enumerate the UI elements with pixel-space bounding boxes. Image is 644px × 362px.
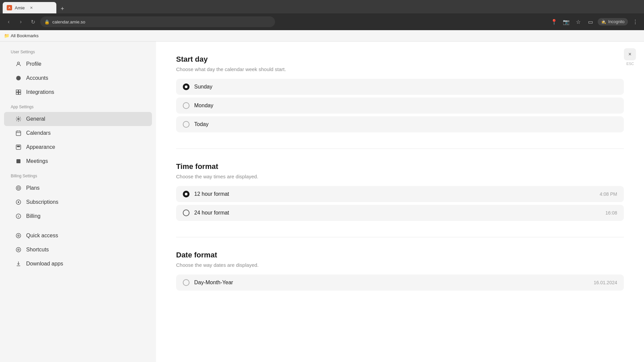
24hour-label: 24 hour format <box>194 210 601 216</box>
svg-point-6 <box>18 118 19 120</box>
dmy-radio[interactable] <box>183 279 190 286</box>
dmy-preview: 16.01.2024 <box>594 280 617 285</box>
date-format-desc: Choose the way dates are displayed. <box>176 262 624 268</box>
sidebar-toggle[interactable]: ▭ <box>586 17 595 26</box>
accounts-label: Accounts <box>26 75 48 81</box>
divider-after-start-day <box>176 148 624 149</box>
lock-icon: 🔒 <box>44 19 50 24</box>
plans-label: Plans <box>26 185 40 191</box>
date-format-section: Date format Choose the way dates are dis… <box>176 251 624 291</box>
svg-point-18 <box>18 202 19 203</box>
divider-1 <box>0 99 156 105</box>
back-button[interactable]: ‹ <box>4 17 13 26</box>
sunday-radio[interactable] <box>183 83 190 90</box>
start-day-monday-option[interactable]: Monday <box>176 98 624 114</box>
date-format-title: Date format <box>176 251 624 259</box>
sidebar-item-meetings[interactable]: Meetings <box>4 154 152 168</box>
url-display: calendar.amie.so <box>52 19 85 24</box>
svg-rect-2 <box>16 90 18 92</box>
start-day-section: Start day Choose what day the calendar w… <box>176 55 624 132</box>
12hour-preview: 4:08 PM <box>600 191 617 197</box>
sidebar-item-profile[interactable]: Profile <box>4 57 152 71</box>
sidebar-item-quick-access[interactable]: Quick access <box>4 229 152 243</box>
reload-button[interactable]: ↻ <box>28 17 38 26</box>
bookmarks-bar: 📁 All Bookmarks <box>0 30 644 42</box>
meetings-label: Meetings <box>26 158 48 164</box>
browser-chrome: A Amie ✕ + ‹ › ↻ 🔒 calendar.amie.so 📍 📷 … <box>0 0 644 30</box>
general-icon <box>15 115 22 123</box>
sidebar-item-accounts[interactable]: Accounts <box>4 71 152 85</box>
general-label: General <box>26 116 45 122</box>
sidebar-item-shortcuts[interactable]: Shortcuts <box>4 243 152 257</box>
bookmark-icon[interactable]: ☆ <box>574 17 583 26</box>
svg-rect-7 <box>16 131 21 136</box>
svg-rect-4 <box>16 93 18 95</box>
svg-point-15 <box>16 186 21 190</box>
monday-label: Monday <box>194 103 617 109</box>
sidebar-item-general[interactable]: General <box>4 112 152 126</box>
main-content: × ESC Start day Choose what day the cale… <box>156 42 644 362</box>
time-format-desc: Choose the way times are displayed. <box>176 174 624 179</box>
start-day-desc: Choose what day the calendar week should… <box>176 66 624 72</box>
incognito-icon: 🕵 <box>601 19 606 24</box>
appearance-icon <box>15 143 22 151</box>
today-radio[interactable] <box>183 121 190 128</box>
billing-settings-label: Billing Settings <box>0 174 156 181</box>
sidebar-item-calendars[interactable]: Calendars <box>4 126 152 140</box>
svg-rect-12 <box>17 146 18 147</box>
svg-point-21 <box>16 233 21 238</box>
camera-icon[interactable]: 📷 <box>561 17 571 26</box>
integrations-label: Integrations <box>26 89 54 95</box>
divider-after-time-format <box>176 237 624 237</box>
start-day-sunday-option[interactable]: Sunday <box>176 79 624 95</box>
svg-point-23 <box>16 247 21 252</box>
plans-icon <box>15 184 22 192</box>
download-apps-label: Download apps <box>26 261 63 267</box>
sidebar-item-integrations[interactable]: Integrations <box>4 85 152 99</box>
sidebar-item-plans[interactable]: Plans <box>4 181 152 195</box>
tab-title: Amie <box>15 5 25 10</box>
sidebar-item-subscriptions[interactable]: Subscriptions <box>4 195 152 209</box>
12hour-label: 12 hour format <box>194 191 595 197</box>
calendars-label: Calendars <box>26 130 51 136</box>
12hour-radio[interactable] <box>183 191 190 197</box>
12hour-option[interactable]: 12 hour format 4:08 PM <box>176 186 624 202</box>
tab-close-button[interactable]: ✕ <box>29 5 34 10</box>
sidebar-item-billing[interactable]: $ Billing <box>4 209 152 223</box>
appearance-label: Appearance <box>26 144 55 150</box>
new-tab-button[interactable]: + <box>58 4 67 13</box>
shortcuts-icon <box>15 246 22 253</box>
accounts-icon <box>15 74 22 82</box>
sidebar-item-download-apps[interactable]: Download apps <box>4 257 152 271</box>
svg-rect-3 <box>19 90 21 92</box>
24hour-radio[interactable] <box>183 209 190 216</box>
forward-button[interactable]: › <box>16 17 25 26</box>
bookmarks-folder-icon: 📁 <box>4 33 9 38</box>
menu-button[interactable]: ⋮ <box>631 17 640 26</box>
svg-point-24 <box>18 249 19 251</box>
sunday-label: Sunday <box>194 84 617 90</box>
svg-point-22 <box>18 235 19 237</box>
location-icon[interactable]: 📍 <box>549 17 559 26</box>
start-day-today-option[interactable]: Today <box>176 116 624 132</box>
svg-rect-13 <box>19 146 20 147</box>
app-settings-label: App Settings <box>0 105 156 112</box>
sidebar-item-appearance[interactable]: Appearance <box>4 140 152 154</box>
24hour-option[interactable]: 24 hour format 16:08 <box>176 205 624 221</box>
active-tab[interactable]: A Amie ✕ <box>3 2 56 13</box>
dmy-option[interactable]: Day-Month-Year 16.01.2024 <box>176 275 624 291</box>
bookmarks-label: All Bookmarks <box>11 33 39 38</box>
svg-point-0 <box>17 62 19 64</box>
sidebar: User Settings Profile Accounts Integrati… <box>0 42 156 362</box>
incognito-badge: 🕵 Incognito <box>598 18 628 25</box>
shortcuts-label: Shortcuts <box>26 247 49 253</box>
close-button[interactable]: × <box>624 48 636 60</box>
svg-rect-5 <box>19 93 21 95</box>
time-format-section: Time format Choose the way times are dis… <box>176 162 624 221</box>
user-settings-label: User Settings <box>0 50 156 57</box>
24hour-preview: 16:08 <box>605 210 617 216</box>
monday-radio[interactable] <box>183 102 190 109</box>
address-bar[interactable]: 🔒 calendar.amie.so <box>40 16 275 27</box>
subscriptions-label: Subscriptions <box>26 199 58 205</box>
page-content: User Settings Profile Accounts Integrati… <box>0 42 644 362</box>
